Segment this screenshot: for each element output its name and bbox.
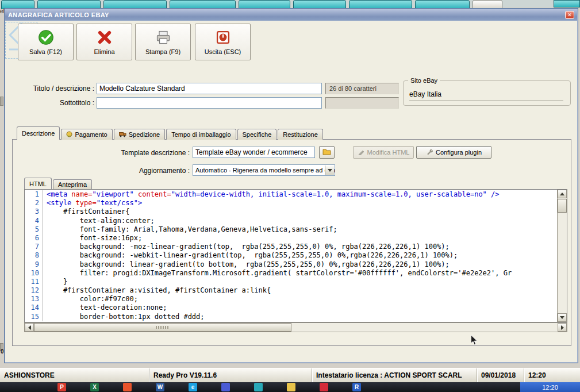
code-line: 13 color:#f97c00; [25,295,557,303]
browse-template-button[interactable] [319,146,335,159]
shipping-truck-icon [119,131,126,139]
tab-label: Specifiche [243,131,272,138]
template-input[interactable]: Template eBay wonder / ecommerce [193,147,315,158]
status-version: Ready Pro V19.11.6 [149,368,312,382]
pencil-icon [358,148,364,156]
code-line: 4 text-align:center; [25,217,557,225]
configura-plugin-label: Configura plugin [436,149,482,156]
pdf-app-icon[interactable]: P [57,383,66,391]
code-line: 14 text-decoration:none; [25,303,557,312]
code-line: 10 filter: progid:DXImageTransform.Micro… [25,269,557,278]
scroll-grip [156,326,170,329]
folder-app-icon[interactable] [287,383,295,391]
salva-button[interactable]: Salva (F12) [18,24,74,60]
tab-specifiche[interactable]: Specifiche [237,129,277,140]
tab-label: Tempo di imballaggio [171,131,231,138]
payment-coin-icon [66,131,72,139]
code-line: 9 background: linear-gradient(to bottom,… [25,260,557,269]
sottotitolo-label: Sottotitolo : [16,99,94,107]
main-tabs: Descrizione Pagamento Spedizione Tempo d… [17,127,324,140]
browser-orange-icon[interactable] [123,383,132,391]
code-line: 2<style type="text/css"> [25,199,557,207]
status-bar: ASHIONSTORE Ready Pro V19.11.6 Intestata… [0,368,580,382]
scroll-right-icon[interactable] [558,323,567,332]
aggiornamento-value: Automatico - Rigenera da modello sempre … [195,167,335,174]
uscita-label: Uscita (ESC) [205,48,241,55]
configura-plugin-button[interactable]: Configura plugin [416,146,491,159]
elimina-label: Elimina [94,48,114,55]
sito-ebay-group-label: Sito eBay [408,77,440,84]
taskbar-clock[interactable]: 12:20 [520,382,580,392]
delete-x-icon [97,29,113,45]
app-teal-icon[interactable] [254,383,263,391]
salva-label: Salva (F12) [29,48,62,55]
status-time: 12:20 [524,368,580,382]
status-date: 09/01/2018 [477,368,524,382]
app-indigo-icon[interactable] [221,383,230,391]
tab-descrizione[interactable]: Descrizione [17,126,60,140]
template-label: Template descrizione : [13,149,190,157]
tab-spedizione[interactable]: Spedizione [114,129,165,140]
code-line: 11 } [25,278,557,286]
horizontal-scrollbar[interactable] [24,322,567,332]
vertical-scrollbar[interactable] [557,190,567,322]
word-icon[interactable]: W [156,383,164,391]
modifica-html-label: Modifica HTML [367,149,410,156]
editor-tabs: HTML Anteprima [24,178,93,189]
wrench-icon [426,148,433,156]
code-lines: 1<meta name="viewport" content="width=de… [25,190,557,322]
char-counter: 26 di 80 caratteri [325,83,399,94]
code-line: 3 #firstContainer{ [25,207,557,216]
html-code-editor[interactable]: 1<meta name="viewport" content="width=de… [24,189,567,322]
sito-ebay-value: eBay Italia [409,90,563,101]
fruit-red-icon[interactable] [320,383,328,391]
tab-pagamento[interactable]: Pagamento [61,129,112,140]
scroll-up-icon[interactable] [558,190,567,198]
sottotitolo-input[interactable] [97,97,322,109]
chevron-down-icon[interactable] [325,166,334,175]
tab-label: Descrizione [22,130,55,137]
char-counter-2 [325,97,399,109]
close-icon[interactable]: ✕ [565,11,574,19]
excel-icon[interactable]: X [90,383,99,391]
windows-taskbar: PXWeR 12:20 [0,382,580,392]
screen: eB 0 ANAGRAFICA ARTICOLO EBAY ✕ Salva (F… [0,0,580,392]
elimina-button[interactable]: Elimina [76,24,132,60]
exit-icon [215,29,231,45]
vertical-scroll-thumb[interactable] [558,199,567,213]
sito-ebay-group: Sito eBay eBay Italia [403,80,571,106]
background-app-tab-strip [0,0,580,7]
tab-label: Anteprima [58,181,87,188]
horizontal-scroll-thumb[interactable] [34,323,291,332]
tab-restituzione[interactable]: Restituzione [278,129,323,140]
aggiornamento-label: Aggiornamento : [13,167,190,175]
scroll-down-icon[interactable] [558,313,567,322]
tab-tempo-di-imballaggio[interactable]: Tempo di imballaggio [166,129,236,140]
modifica-html-button[interactable]: Modifica HTML [353,146,414,159]
save-check-icon [38,29,54,45]
background-tab-filler [554,0,580,7]
code-line: 15 border-bottom:1px dotted #ddd; [25,313,557,321]
dialog-title: ANAGRAFICA ARTICOLO EBAY [8,11,109,18]
code-line: 12 #firstContainer a:visited, #firstCont… [25,286,557,295]
titolo-label: Titolo / descrizione : [16,84,94,93]
scroll-left-icon[interactable] [25,323,34,332]
aggiornamento-select[interactable]: Automatico - Rigenera da modello sempre … [193,164,335,176]
code-line: 7 background: -moz-linear-gradient(top, … [25,243,557,251]
code-line: 6 font-size:16px; [25,234,557,243]
code-line: 1<meta name="viewport" content="width=de… [25,190,557,199]
stampa-label: Stampa (F9) [145,48,180,55]
readypro-icon[interactable]: R [352,383,361,391]
mouse-cursor [470,335,478,348]
printer-icon [155,29,171,45]
descrizione-panel: Template descrizione : Template eBay won… [12,139,571,346]
uscita-button[interactable]: Uscita (ESC) [195,24,251,60]
code-line: 5 font-family: Arial,Tahoma,Verdana,Gene… [25,225,557,234]
tab-html[interactable]: HTML [24,178,52,189]
titolo-input[interactable]: Modello Calzature Standard [97,83,322,94]
stampa-button[interactable]: Stampa (F9) [135,24,191,60]
ie-icon[interactable]: e [189,383,197,391]
folder-icon [322,148,331,156]
tab-label: Spedizione [129,131,160,138]
tab-anteprima[interactable]: Anteprima [53,179,92,189]
